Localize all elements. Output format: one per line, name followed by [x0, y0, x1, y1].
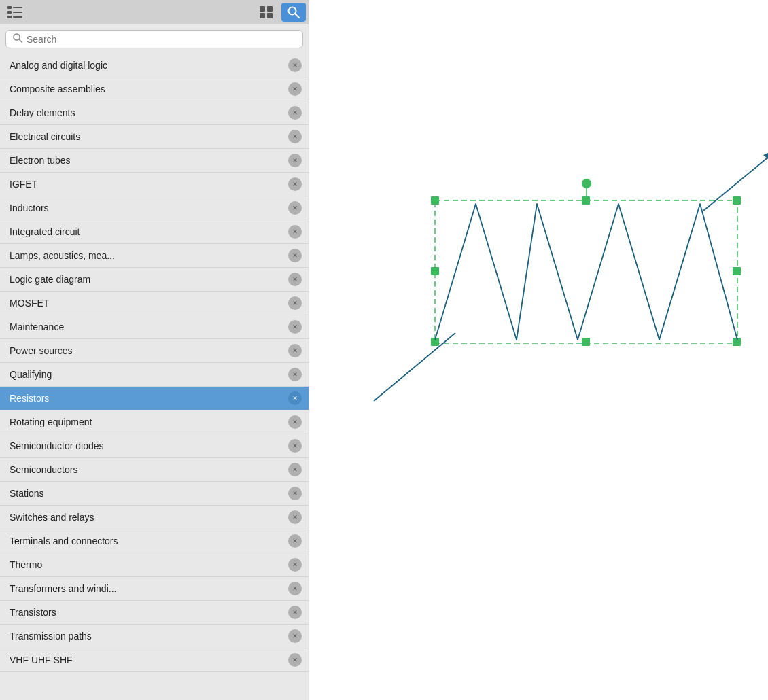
- list-item[interactable]: Semiconductors×: [0, 458, 309, 482]
- list-item[interactable]: Qualifying×: [0, 363, 309, 387]
- remove-category-button[interactable]: ×: [288, 82, 302, 96]
- category-label: Integrated circuit: [10, 226, 80, 237]
- list-item[interactable]: Rotating equipment×: [0, 410, 309, 434]
- category-label: Switches and relays: [10, 512, 94, 523]
- remove-category-button[interactable]: ×: [288, 154, 302, 167]
- list-item[interactable]: Integrated circuit×: [0, 220, 309, 244]
- remove-category-button[interactable]: ×: [288, 391, 302, 405]
- category-label: Composite assemblies: [10, 84, 105, 94]
- list-item[interactable]: Electron tubes×: [0, 149, 309, 173]
- svg-rect-15: [431, 196, 439, 205]
- svg-rect-5: [13, 16, 22, 18]
- category-label: Qualifying: [10, 369, 52, 380]
- list-item[interactable]: Analog and digital logic×: [0, 54, 309, 77]
- remove-category-button[interactable]: ×: [288, 534, 302, 548]
- list-item[interactable]: Stations×: [0, 482, 309, 506]
- list-item[interactable]: Delay elements×: [0, 101, 309, 125]
- list-item[interactable]: Inductors×: [0, 196, 309, 220]
- category-label: Electrical circuits: [10, 131, 80, 142]
- category-label: Logic gate diagram: [10, 274, 90, 285]
- svg-rect-1: [7, 11, 12, 14]
- remove-category-button[interactable]: ×: [288, 106, 302, 120]
- list-item[interactable]: Transmission paths×: [0, 625, 309, 648]
- remove-category-button[interactable]: ×: [288, 201, 302, 215]
- list-item[interactable]: Transistors×: [0, 601, 309, 625]
- remove-category-button[interactable]: ×: [288, 320, 302, 334]
- toolbar: [0, 0, 309, 24]
- category-label: MOSFET: [10, 298, 49, 309]
- list-item[interactable]: Power sources×: [0, 339, 309, 363]
- search-icon: [13, 33, 22, 45]
- list-item[interactable]: Terminals and connectors×: [0, 529, 309, 553]
- list-item[interactable]: VHF UHF SHF×: [0, 648, 309, 672]
- grid-view-button[interactable]: [254, 3, 279, 22]
- list-item[interactable]: Lamps, acoustics, mea...×: [0, 244, 309, 268]
- svg-line-13: [19, 39, 22, 42]
- remove-category-button[interactable]: ×: [288, 130, 302, 143]
- remove-category-button[interactable]: ×: [288, 58, 302, 72]
- remove-category-button[interactable]: ×: [288, 225, 302, 239]
- search-view-button[interactable]: [281, 3, 306, 22]
- list-item[interactable]: Switches and relays×: [0, 506, 309, 529]
- category-label: Transistors: [10, 607, 56, 618]
- remove-category-button[interactable]: ×: [288, 582, 302, 595]
- remove-category-button[interactable]: ×: [288, 629, 302, 643]
- remove-category-button[interactable]: ×: [288, 344, 302, 357]
- category-label: Semiconductor diodes: [10, 440, 104, 451]
- category-label: Delay elements: [10, 107, 75, 118]
- category-label: Terminals and connectors: [10, 536, 118, 546]
- svg-line-11: [295, 14, 299, 18]
- remove-category-button[interactable]: ×: [288, 296, 302, 310]
- main-canvas[interactable]: [309, 0, 768, 700]
- remove-category-button[interactable]: ×: [288, 487, 302, 500]
- svg-rect-0: [7, 6, 12, 9]
- svg-rect-9: [267, 13, 273, 18]
- list-item[interactable]: Maintenance×: [0, 315, 309, 339]
- category-label: Electron tubes: [10, 155, 71, 166]
- remove-category-button[interactable]: ×: [288, 439, 302, 453]
- remove-category-button[interactable]: ×: [288, 177, 302, 191]
- remove-category-button[interactable]: ×: [288, 653, 302, 667]
- remove-category-button[interactable]: ×: [288, 249, 302, 262]
- remove-category-button[interactable]: ×: [288, 273, 302, 286]
- sidebar: Analog and digital logic×Composite assem…: [0, 0, 309, 700]
- list-item[interactable]: Resistors×: [0, 387, 309, 410]
- list-item[interactable]: MOSFET×: [0, 292, 309, 315]
- category-label: Rotating equipment: [10, 417, 92, 427]
- svg-rect-8: [260, 13, 265, 18]
- category-label: Analog and digital logic: [10, 60, 107, 71]
- svg-rect-17: [733, 196, 741, 205]
- svg-rect-7: [267, 6, 273, 12]
- svg-rect-4: [13, 12, 22, 13]
- category-label: VHF UHF SHF: [10, 654, 73, 665]
- remove-category-button[interactable]: ×: [288, 463, 302, 476]
- list-item[interactable]: Composite assemblies×: [0, 77, 309, 101]
- list-item[interactable]: Semiconductor diodes×: [0, 434, 309, 458]
- category-list: Analog and digital logic×Composite assem…: [0, 54, 309, 700]
- remove-category-button[interactable]: ×: [288, 510, 302, 524]
- svg-line-25: [374, 333, 455, 401]
- remove-category-button[interactable]: ×: [288, 606, 302, 619]
- svg-point-23: [582, 179, 591, 188]
- category-label: Thermo: [10, 559, 42, 570]
- list-item[interactable]: Thermo×: [0, 553, 309, 577]
- search-input[interactable]: [27, 34, 296, 45]
- list-item[interactable]: Transformers and windi...×: [0, 577, 309, 601]
- remove-category-button[interactable]: ×: [288, 415, 302, 429]
- category-label: Lamps, acoustics, mea...: [10, 250, 115, 261]
- list-view-button[interactable]: [3, 3, 27, 22]
- category-label: IGFET: [10, 179, 37, 190]
- diagram-svg: [309, 0, 768, 700]
- category-label: Power sources: [10, 345, 73, 356]
- category-label: Inductors: [10, 203, 49, 213]
- remove-category-button[interactable]: ×: [288, 558, 302, 572]
- list-item[interactable]: IGFET×: [0, 173, 309, 196]
- svg-rect-2: [7, 16, 12, 18]
- list-item[interactable]: Electrical circuits×: [0, 125, 309, 149]
- category-label: Transformers and windi...: [10, 583, 116, 594]
- svg-rect-3: [13, 7, 22, 8]
- remove-category-button[interactable]: ×: [288, 368, 302, 381]
- search-input-wrap: [5, 30, 303, 48]
- list-item[interactable]: Logic gate diagram×: [0, 268, 309, 292]
- category-label: Semiconductors: [10, 464, 77, 475]
